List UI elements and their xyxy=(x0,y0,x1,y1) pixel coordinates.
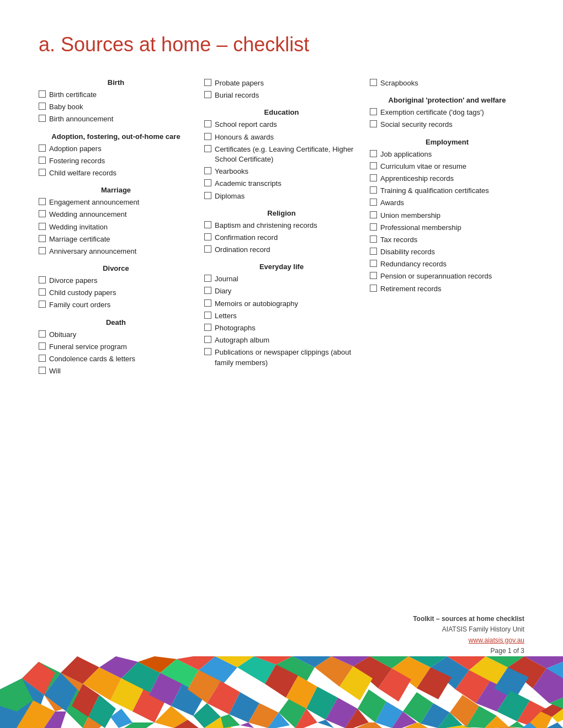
checkbox-icon[interactable] xyxy=(39,247,46,254)
checkbox-icon[interactable] xyxy=(39,169,46,176)
checkbox-icon[interactable] xyxy=(204,167,211,174)
checkbox-icon[interactable] xyxy=(204,221,211,228)
checkbox-icon[interactable] xyxy=(204,348,211,355)
footer-link[interactable]: www.aiatsis.gov.au xyxy=(469,636,524,644)
checkbox-icon[interactable] xyxy=(204,145,211,152)
checkbox-icon[interactable] xyxy=(204,91,211,98)
list-item: Wedding invitation xyxy=(39,222,193,232)
item-text: Redundancy records xyxy=(380,259,524,269)
list-item: Curriculum vitae or resume xyxy=(370,162,524,172)
checkbox-icon[interactable] xyxy=(39,223,46,230)
checkbox-icon[interactable] xyxy=(39,103,46,110)
checkbox-icon[interactable] xyxy=(204,336,211,343)
list-item: Disability records xyxy=(370,247,524,257)
list-item: Wedding announcement xyxy=(39,210,193,220)
list-item: Baptism and christening records xyxy=(204,221,359,231)
checkbox-icon[interactable] xyxy=(204,179,211,186)
checkbox-icon[interactable] xyxy=(39,276,46,283)
heading-everyday: Everyday life xyxy=(204,263,359,271)
item-text: Apprenticeship records xyxy=(380,174,524,184)
item-text: Engagement announcement xyxy=(49,197,193,207)
column-1: Birth Birth certificate Baby book Birth … xyxy=(39,78,199,378)
checkbox-icon[interactable] xyxy=(370,248,377,255)
checkbox-icon[interactable] xyxy=(370,79,377,86)
list-item: Confirmation record xyxy=(204,233,359,243)
list-item: Divorce papers xyxy=(39,276,193,286)
list-item: Probate papers xyxy=(204,78,359,88)
checkbox-icon[interactable] xyxy=(204,192,211,199)
checkbox-icon[interactable] xyxy=(204,324,211,331)
item-text: Scrapbooks xyxy=(380,78,524,88)
list-item: Birth announcement xyxy=(39,114,193,124)
item-text: Obituary xyxy=(49,330,193,340)
checkbox-icon[interactable] xyxy=(370,120,377,127)
checkbox-icon[interactable] xyxy=(39,330,46,338)
checkbox-icon[interactable] xyxy=(39,235,46,242)
checkbox-icon[interactable] xyxy=(370,235,377,243)
list-item: Publications or newspaper clippings (abo… xyxy=(204,347,359,367)
checkbox-icon[interactable] xyxy=(39,115,46,122)
heading-employment: Employment xyxy=(370,138,524,146)
checkbox-icon[interactable] xyxy=(370,285,377,292)
checkbox-icon[interactable] xyxy=(204,245,211,253)
item-text: Baptism and christening records xyxy=(215,221,359,231)
item-text: Publications or newspaper clippings (abo… xyxy=(215,347,359,367)
checkbox-icon[interactable] xyxy=(370,150,377,157)
checkbox-icon[interactable] xyxy=(39,198,46,205)
checkbox-icon[interactable] xyxy=(370,162,377,169)
item-text: Yearbooks xyxy=(215,167,359,176)
checkbox-icon[interactable] xyxy=(370,260,377,267)
item-text: Academic transcripts xyxy=(215,179,359,189)
checkbox-icon[interactable] xyxy=(204,79,211,86)
item-text: Exemption certificate ('dog tags') xyxy=(380,108,524,117)
list-item: School report cards xyxy=(204,120,359,130)
list-item: Union membership xyxy=(370,211,524,221)
item-text: Diplomas xyxy=(215,191,359,201)
checkbox-icon[interactable] xyxy=(370,272,377,279)
list-item: Engagement announcement xyxy=(39,197,193,207)
list-item: Autograph album xyxy=(204,335,359,345)
item-text: Photographs xyxy=(215,323,359,333)
list-item: Journal xyxy=(204,274,359,284)
checkbox-icon[interactable] xyxy=(370,211,377,218)
footer-page: Page 1 of 3 xyxy=(413,646,524,656)
item-text: Awards xyxy=(380,198,524,208)
list-item: Birth certificate xyxy=(39,90,193,100)
checkbox-icon[interactable] xyxy=(204,120,211,127)
checkbox-icon[interactable] xyxy=(204,312,211,319)
checkbox-icon[interactable] xyxy=(370,223,377,231)
item-text: Marriage certificate xyxy=(49,234,193,244)
item-text: Adoption papers xyxy=(49,144,193,154)
checkbox-icon[interactable] xyxy=(370,108,377,115)
checkbox-icon[interactable] xyxy=(204,133,211,140)
checkbox-icon[interactable] xyxy=(204,287,211,294)
checkbox-icon[interactable] xyxy=(204,233,211,240)
item-text: Tax records xyxy=(380,235,524,245)
checkbox-icon[interactable] xyxy=(39,90,46,98)
column-2: Probate papers Burial records Education … xyxy=(199,78,364,370)
checkbox-icon[interactable] xyxy=(204,299,211,307)
list-item: Child custody papers xyxy=(39,288,193,298)
checkbox-icon[interactable] xyxy=(39,301,46,308)
checkbox-icon[interactable] xyxy=(39,144,46,152)
checkbox-icon[interactable] xyxy=(39,157,46,164)
list-item: Memoirs or autobiography xyxy=(204,299,359,309)
item-text: Wedding invitation xyxy=(49,222,193,232)
checkbox-icon[interactable] xyxy=(39,342,46,350)
item-text: Social security records xyxy=(380,120,524,130)
checkbox-icon[interactable] xyxy=(370,199,377,206)
checkbox-icon[interactable] xyxy=(39,355,46,362)
svg-marker-92 xyxy=(546,722,563,728)
item-text: Fostering records xyxy=(49,156,193,166)
checkbox-icon[interactable] xyxy=(204,275,211,282)
checkbox-icon[interactable] xyxy=(370,186,377,194)
checkbox-icon[interactable] xyxy=(370,174,377,181)
item-text: Pension or superannuation records xyxy=(380,271,524,281)
checkbox-icon[interactable] xyxy=(39,288,46,296)
list-item: Baby book xyxy=(39,102,193,112)
list-item: Diplomas xyxy=(204,191,359,201)
list-item: Awards xyxy=(370,198,524,208)
item-text: Burial records xyxy=(215,90,359,100)
checkbox-icon[interactable] xyxy=(39,367,46,374)
checkbox-icon[interactable] xyxy=(39,210,46,217)
